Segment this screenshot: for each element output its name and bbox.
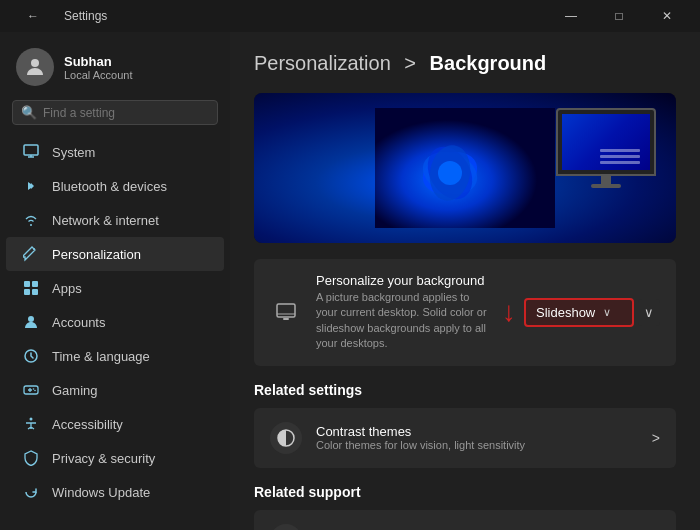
personalize-desc: A picture background applies to your cur…	[316, 290, 488, 352]
svg-rect-20	[283, 318, 289, 320]
personalization-label: Personalization	[52, 247, 141, 262]
avatar	[16, 48, 54, 86]
expand-button[interactable]: ∨	[638, 299, 660, 326]
contrast-text: Contrast themes Color themes for low vis…	[316, 424, 638, 451]
svg-point-0	[31, 59, 39, 67]
preview-background	[254, 93, 676, 243]
contrast-icon	[270, 422, 302, 454]
privacy-icon	[22, 449, 40, 467]
related-support-header: Related support	[254, 484, 676, 500]
monitor-screen	[562, 114, 650, 170]
back-button[interactable]: ←	[10, 0, 56, 32]
personalize-title: Personalize your background	[316, 273, 488, 288]
monitor-stand	[601, 176, 611, 184]
dropdown-value: Slideshow	[536, 305, 595, 320]
gaming-label: Gaming	[52, 383, 98, 398]
accounts-label: Accounts	[52, 315, 105, 330]
time-icon	[22, 347, 40, 365]
maximize-button[interactable]: □	[596, 0, 642, 32]
sidebar-item-system[interactable]: System	[6, 135, 224, 169]
sidebar-item-network[interactable]: Network & internet	[6, 203, 224, 237]
update-icon	[22, 483, 40, 501]
bluetooth-icon	[22, 177, 40, 195]
user-section[interactable]: Subhan Local Account	[0, 40, 230, 100]
gaming-icon	[22, 381, 40, 399]
sidebar-item-accessibility[interactable]: Accessibility	[6, 407, 224, 441]
sidebar-item-update[interactable]: Windows Update	[6, 475, 224, 509]
update-label: Windows Update	[52, 485, 150, 500]
background-dropdown-control: ↓ Slideshow ∨ ∨	[502, 298, 660, 327]
help-icon	[270, 524, 302, 530]
minimize-button[interactable]: —	[548, 0, 594, 32]
page-title: Background	[430, 52, 547, 74]
user-name: Subhan	[64, 54, 133, 69]
help-background-row[interactable]: Help with Background ^	[254, 510, 676, 530]
monitor-frame	[556, 108, 656, 176]
svg-point-7	[28, 316, 34, 322]
svg-rect-3	[24, 281, 30, 287]
system-label: System	[52, 145, 95, 160]
svg-point-18	[438, 161, 462, 185]
privacy-label: Privacy & security	[52, 451, 155, 466]
taskbar-lines	[600, 149, 640, 164]
window-controls: — □ ✕	[548, 0, 690, 32]
taskbar-line	[600, 155, 640, 158]
sidebar-item-accounts[interactable]: Accounts	[6, 305, 224, 339]
close-button[interactable]: ✕	[644, 0, 690, 32]
contrast-chevron-icon: >	[652, 430, 660, 446]
sidebar-item-privacy[interactable]: Privacy & security	[6, 441, 224, 475]
personalize-icon	[270, 296, 302, 328]
app-title: Settings	[64, 9, 107, 23]
red-arrow-icon: ↓	[502, 298, 516, 326]
svg-rect-6	[32, 289, 38, 295]
breadcrumb: Personalization > Background	[254, 52, 676, 75]
svg-rect-5	[24, 289, 30, 295]
monitor-base	[591, 184, 621, 188]
expand-chevron-icon: ∨	[644, 305, 654, 320]
accessibility-icon	[22, 415, 40, 433]
apps-label: Apps	[52, 281, 82, 296]
related-settings-header: Related settings	[254, 382, 676, 398]
contrast-themes-row[interactable]: Contrast themes Color themes for low vis…	[254, 408, 676, 468]
titlebar: ← Settings — □ ✕	[0, 0, 700, 32]
sidebar-item-time[interactable]: Time & language	[6, 339, 224, 373]
sidebar-item-gaming[interactable]: Gaming	[6, 373, 224, 407]
sidebar: Subhan Local Account 🔍 System	[0, 32, 230, 530]
search-box[interactable]: 🔍	[12, 100, 218, 125]
sidebar-item-apps[interactable]: Apps	[6, 271, 224, 305]
system-icon	[22, 143, 40, 161]
background-preview	[254, 93, 676, 243]
svg-point-10	[33, 388, 35, 390]
app-container: Subhan Local Account 🔍 System	[0, 32, 700, 530]
sidebar-item-bluetooth[interactable]: Bluetooth & devices	[6, 169, 224, 203]
windows-wallpaper-svg	[375, 108, 555, 228]
breadcrumb-separator: >	[404, 52, 416, 74]
contrast-title: Contrast themes	[316, 424, 638, 439]
apps-icon	[22, 279, 40, 297]
titlebar-left: ← Settings	[10, 0, 107, 32]
svg-rect-1	[24, 145, 38, 155]
background-personalize-row: Personalize your background A picture ba…	[254, 259, 676, 366]
user-info: Subhan Local Account	[64, 54, 133, 81]
personalization-icon	[22, 245, 40, 263]
breadcrumb-parent: Personalization	[254, 52, 391, 74]
accounts-icon	[22, 313, 40, 331]
contrast-desc: Color themes for low vision, light sensi…	[316, 439, 638, 451]
svg-rect-4	[32, 281, 38, 287]
network-label: Network & internet	[52, 213, 159, 228]
accessibility-label: Accessibility	[52, 417, 123, 432]
user-role: Local Account	[64, 69, 133, 81]
personalize-text: Personalize your background A picture ba…	[316, 273, 488, 352]
arrow-indicator: ↓	[502, 298, 520, 326]
background-type-dropdown[interactable]: Slideshow ∨	[524, 298, 634, 327]
taskbar-line	[600, 149, 640, 152]
bluetooth-label: Bluetooth & devices	[52, 179, 167, 194]
svg-point-11	[34, 390, 36, 392]
svg-point-2	[33, 248, 35, 250]
main-content: Personalization > Background	[230, 32, 700, 530]
svg-point-12	[30, 418, 33, 421]
search-input[interactable]	[43, 106, 209, 120]
sidebar-item-personalization[interactable]: Personalization	[6, 237, 224, 271]
time-label: Time & language	[52, 349, 150, 364]
search-icon: 🔍	[21, 105, 37, 120]
